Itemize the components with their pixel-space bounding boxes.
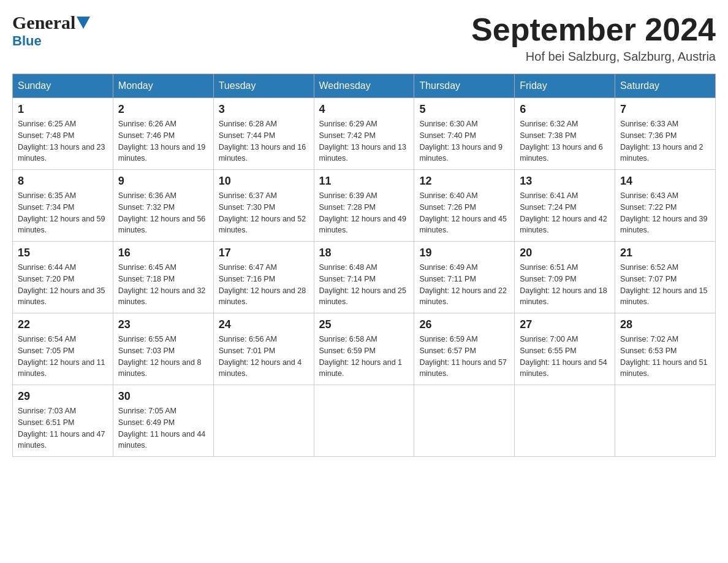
table-row: 23 Sunrise: 6:55 AM Sunset: 7:03 PM Dayl… — [113, 313, 213, 385]
calendar-week-row: 15 Sunrise: 6:44 AM Sunset: 7:20 PM Dayl… — [13, 242, 716, 313]
page-header: General Blue September 2024 Hof bei Salz… — [12, 12, 716, 64]
table-row — [314, 385, 414, 457]
day-info: Sunrise: 6:51 AM Sunset: 7:09 PM Dayligh… — [520, 262, 610, 308]
day-info: Sunrise: 7:00 AM Sunset: 6:55 PM Dayligh… — [520, 334, 610, 380]
table-row: 8 Sunrise: 6:35 AM Sunset: 7:34 PM Dayli… — [13, 170, 113, 242]
table-row: 14 Sunrise: 6:43 AM Sunset: 7:22 PM Dayl… — [615, 170, 716, 242]
header-thursday: Thursday — [414, 74, 515, 98]
day-info: Sunrise: 6:33 AM Sunset: 7:36 PM Dayligh… — [620, 118, 710, 164]
day-number: 2 — [118, 103, 208, 116]
header-friday: Friday — [515, 74, 615, 98]
table-row: 11 Sunrise: 6:39 AM Sunset: 7:28 PM Dayl… — [314, 170, 414, 242]
table-row: 27 Sunrise: 7:00 AM Sunset: 6:55 PM Dayl… — [515, 313, 615, 385]
table-row: 21 Sunrise: 6:52 AM Sunset: 7:07 PM Dayl… — [615, 242, 716, 313]
day-number: 26 — [419, 318, 509, 331]
day-info: Sunrise: 6:58 AM Sunset: 6:59 PM Dayligh… — [319, 334, 409, 380]
day-info: Sunrise: 6:32 AM Sunset: 7:38 PM Dayligh… — [520, 118, 610, 164]
day-info: Sunrise: 6:43 AM Sunset: 7:22 PM Dayligh… — [620, 190, 710, 236]
table-row: 26 Sunrise: 6:59 AM Sunset: 6:57 PM Dayl… — [414, 313, 515, 385]
day-info: Sunrise: 6:39 AM Sunset: 7:28 PM Dayligh… — [319, 190, 409, 236]
day-info: Sunrise: 6:28 AM Sunset: 7:44 PM Dayligh… — [219, 118, 309, 164]
header-wednesday: Wednesday — [314, 74, 414, 98]
table-row: 1 Sunrise: 6:25 AM Sunset: 7:48 PM Dayli… — [13, 98, 113, 170]
day-info: Sunrise: 6:52 AM Sunset: 7:07 PM Dayligh… — [620, 262, 710, 308]
table-row: 25 Sunrise: 6:58 AM Sunset: 6:59 PM Dayl… — [314, 313, 414, 385]
day-number: 4 — [319, 103, 409, 116]
table-row: 5 Sunrise: 6:30 AM Sunset: 7:40 PM Dayli… — [414, 98, 515, 170]
day-number: 22 — [18, 318, 108, 331]
table-row: 15 Sunrise: 6:44 AM Sunset: 7:20 PM Dayl… — [13, 242, 113, 313]
day-info: Sunrise: 6:48 AM Sunset: 7:14 PM Dayligh… — [319, 262, 409, 308]
day-number: 15 — [18, 247, 108, 259]
day-info: Sunrise: 6:44 AM Sunset: 7:20 PM Dayligh… — [18, 262, 108, 308]
day-info: Sunrise: 6:54 AM Sunset: 7:05 PM Dayligh… — [18, 334, 108, 380]
day-number: 28 — [620, 318, 710, 331]
table-row: 30 Sunrise: 7:05 AM Sunset: 6:49 PM Dayl… — [113, 385, 213, 457]
weekday-header-row: Sunday Monday Tuesday Wednesday Thursday… — [13, 74, 716, 98]
table-row: 28 Sunrise: 7:02 AM Sunset: 6:53 PM Dayl… — [615, 313, 716, 385]
table-row: 10 Sunrise: 6:37 AM Sunset: 7:30 PM Dayl… — [213, 170, 314, 242]
table-row — [213, 385, 314, 457]
logo-triangle-icon — [77, 17, 90, 30]
table-row — [414, 385, 515, 457]
day-number: 24 — [219, 318, 309, 331]
calendar-week-row: 8 Sunrise: 6:35 AM Sunset: 7:34 PM Dayli… — [13, 170, 716, 242]
day-number: 23 — [118, 318, 208, 331]
day-info: Sunrise: 6:55 AM Sunset: 7:03 PM Dayligh… — [118, 334, 208, 380]
day-info: Sunrise: 6:56 AM Sunset: 7:01 PM Dayligh… — [219, 334, 309, 380]
day-info: Sunrise: 6:45 AM Sunset: 7:18 PM Dayligh… — [118, 262, 208, 308]
day-number: 8 — [18, 175, 108, 188]
day-number: 13 — [520, 175, 610, 188]
table-row: 22 Sunrise: 6:54 AM Sunset: 7:05 PM Dayl… — [13, 313, 113, 385]
table-row: 18 Sunrise: 6:48 AM Sunset: 7:14 PM Dayl… — [314, 242, 414, 313]
day-number: 1 — [18, 103, 108, 116]
day-info: Sunrise: 7:02 AM Sunset: 6:53 PM Dayligh… — [620, 334, 710, 380]
day-number: 18 — [319, 247, 409, 259]
day-info: Sunrise: 6:47 AM Sunset: 7:16 PM Dayligh… — [219, 262, 309, 308]
day-info: Sunrise: 6:36 AM Sunset: 7:32 PM Dayligh… — [118, 190, 208, 236]
day-number: 30 — [118, 390, 208, 403]
table-row: 17 Sunrise: 6:47 AM Sunset: 7:16 PM Dayl… — [213, 242, 314, 313]
day-info: Sunrise: 6:26 AM Sunset: 7:46 PM Dayligh… — [118, 118, 208, 164]
table-row — [615, 385, 716, 457]
table-row: 7 Sunrise: 6:33 AM Sunset: 7:36 PM Dayli… — [615, 98, 716, 170]
table-row: 29 Sunrise: 7:03 AM Sunset: 6:51 PM Dayl… — [13, 385, 113, 457]
day-number: 16 — [118, 247, 208, 259]
calendar-week-row: 29 Sunrise: 7:03 AM Sunset: 6:51 PM Dayl… — [13, 385, 716, 457]
logo: General Blue — [12, 12, 90, 49]
table-row: 20 Sunrise: 6:51 AM Sunset: 7:09 PM Dayl… — [515, 242, 615, 313]
day-info: Sunrise: 6:37 AM Sunset: 7:30 PM Dayligh… — [219, 190, 309, 236]
day-info: Sunrise: 7:05 AM Sunset: 6:49 PM Dayligh… — [118, 405, 208, 451]
day-number: 27 — [520, 318, 610, 331]
table-row — [515, 385, 615, 457]
header-saturday: Saturday — [615, 74, 716, 98]
header-sunday: Sunday — [13, 74, 113, 98]
day-info: Sunrise: 6:49 AM Sunset: 7:11 PM Dayligh… — [419, 262, 509, 308]
calendar-week-row: 1 Sunrise: 6:25 AM Sunset: 7:48 PM Dayli… — [13, 98, 716, 170]
table-row: 2 Sunrise: 6:26 AM Sunset: 7:46 PM Dayli… — [113, 98, 213, 170]
day-number: 29 — [18, 390, 108, 403]
day-info: Sunrise: 6:35 AM Sunset: 7:34 PM Dayligh… — [18, 190, 108, 236]
day-number: 3 — [219, 103, 309, 116]
day-number: 14 — [620, 175, 710, 188]
day-number: 11 — [319, 175, 409, 188]
svg-marker-0 — [77, 17, 90, 29]
day-number: 7 — [620, 103, 710, 116]
day-info: Sunrise: 6:25 AM Sunset: 7:48 PM Dayligh… — [18, 118, 108, 164]
day-number: 19 — [419, 247, 509, 259]
logo-blue-text: Blue — [12, 33, 42, 49]
day-number: 9 — [118, 175, 208, 188]
header-monday: Monday — [113, 74, 213, 98]
table-row: 3 Sunrise: 6:28 AM Sunset: 7:44 PM Dayli… — [213, 98, 314, 170]
table-row: 16 Sunrise: 6:45 AM Sunset: 7:18 PM Dayl… — [113, 242, 213, 313]
calendar-table: Sunday Monday Tuesday Wednesday Thursday… — [12, 74, 716, 457]
table-row: 19 Sunrise: 6:49 AM Sunset: 7:11 PM Dayl… — [414, 242, 515, 313]
table-row: 12 Sunrise: 6:40 AM Sunset: 7:26 PM Dayl… — [414, 170, 515, 242]
day-info: Sunrise: 6:30 AM Sunset: 7:40 PM Dayligh… — [419, 118, 509, 164]
location-text: Hof bei Salzburg, Salzburg, Austria — [471, 50, 716, 64]
day-number: 25 — [319, 318, 409, 331]
table-row: 24 Sunrise: 6:56 AM Sunset: 7:01 PM Dayl… — [213, 313, 314, 385]
day-number: 20 — [520, 247, 610, 259]
day-number: 6 — [520, 103, 610, 116]
day-number: 21 — [620, 247, 710, 259]
